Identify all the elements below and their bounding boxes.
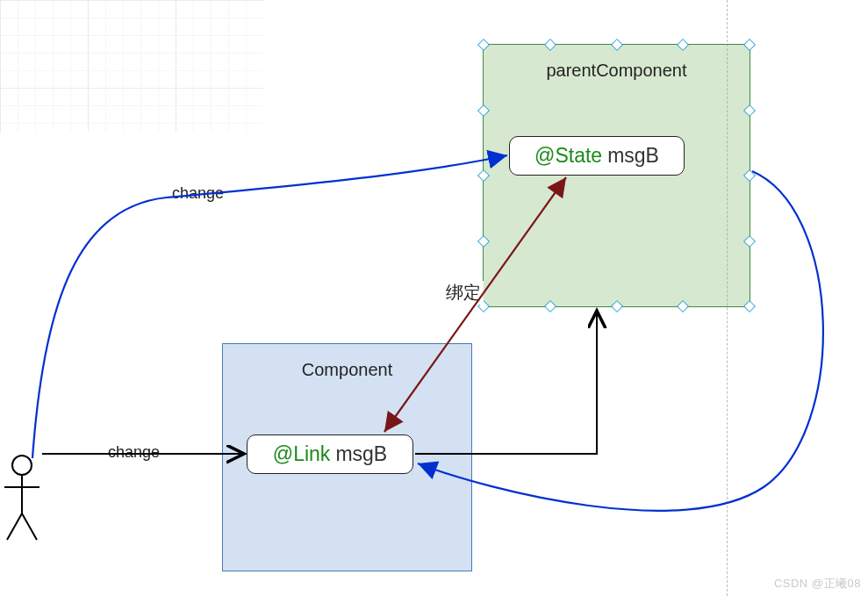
svg-rect-1 (0, 0, 263, 132)
parent-component-title: parentComponent (484, 61, 750, 81)
svg-point-2 (12, 456, 32, 475)
bind-label: 绑定 (443, 281, 484, 305)
state-node[interactable]: @State msgB (509, 136, 685, 176)
link-decorator-label: @Link (273, 442, 331, 466)
watermark: CSDN @正曦08 (774, 576, 861, 592)
actor-icon (4, 456, 39, 540)
svg-line-6 (22, 513, 37, 540)
change-label-left: change (105, 443, 162, 462)
parent-component-box[interactable]: parentComponent (483, 44, 750, 307)
link-variable-label: msgB (335, 442, 387, 466)
link-node[interactable]: @Link msgB (247, 434, 413, 474)
child-component-title: Component (223, 360, 471, 380)
state-variable-label: msgB (607, 144, 659, 168)
change-label-top: change (169, 184, 226, 203)
diagram-canvas: parentComponent @State msgB Component @L… (0, 0, 868, 596)
grid-background (0, 0, 263, 132)
svg-line-5 (7, 513, 22, 540)
state-decorator-label: @State (534, 144, 602, 168)
